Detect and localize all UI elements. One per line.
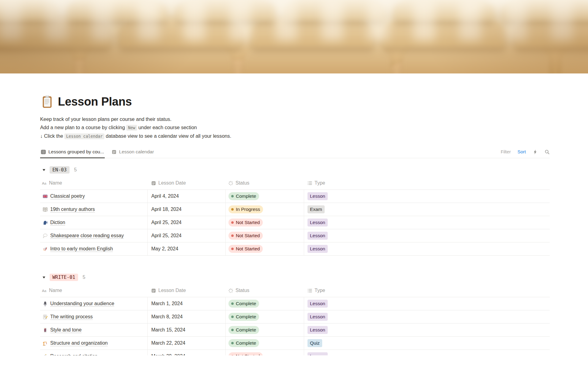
lesson-name-link[interactable]: 19th century authors (50, 207, 95, 212)
tab-label: Lesson calendar (119, 149, 154, 155)
status-dot-icon (231, 221, 234, 224)
status-badge: Not Started (228, 232, 263, 240)
type-badge: Exam (307, 205, 325, 213)
group-name-badge[interactable]: WRITE-01 (50, 274, 78, 281)
group-section-write-01: WRITE-015AaNameLesson DateStatusTypeUnde… (40, 273, 550, 363)
type-cell[interactable]: Lesson (304, 242, 550, 255)
lesson-date: April 25, 2024 (151, 233, 182, 238)
type-badge: Lesson (307, 219, 328, 227)
lesson-date: April 4, 2024 (151, 193, 179, 199)
column-header-name[interactable]: AaName (40, 284, 147, 297)
name-cell[interactable]: Style and tone (40, 324, 147, 336)
status-cell[interactable]: Complete (225, 310, 304, 323)
page-description: Keep track of your lesson plans per cour… (40, 115, 550, 140)
lesson-date-cell[interactable]: April 25, 2024 (147, 229, 225, 242)
name-cell[interactable]: Diction (40, 216, 147, 229)
type-cell[interactable]: Lesson (304, 297, 550, 310)
column-header-lesson-date[interactable]: Lesson Date (147, 177, 225, 189)
lesson-name-link[interactable]: Classical poetry (50, 193, 85, 199)
description-line-1[interactable]: Keep track of your lesson plans per cour… (40, 115, 550, 123)
groups-container: EN-035AaNameLesson DateStatusTypeClassic… (40, 166, 550, 363)
lesson-name-link[interactable]: Diction (50, 220, 65, 225)
lesson-date: March 8, 2024 (151, 314, 183, 320)
lesson-date-cell[interactable]: May 2, 2024 (147, 242, 225, 255)
lesson-name-link[interactable]: Intro to early modern English (50, 246, 113, 252)
type-badge: Lesson (307, 192, 328, 200)
name-cell[interactable]: Structure and organization (40, 337, 147, 350)
status-cell[interactable]: Complete (225, 324, 304, 336)
type-cell[interactable]: Quiz (304, 337, 550, 350)
tab-lessons-grouped-by-course[interactable]: Lessons grouped by cou... (40, 146, 105, 158)
lesson-name-link[interactable]: Structure and organization (50, 340, 108, 346)
status-badge: Complete (228, 339, 259, 347)
lesson-date-cell[interactable]: March 8, 2024 (147, 310, 225, 323)
type-badge: Lesson (307, 313, 328, 321)
column-header-label: Status (236, 180, 249, 186)
type-cell[interactable]: Lesson (304, 324, 550, 336)
type-cell[interactable]: Lesson (304, 190, 550, 203)
page-title[interactable]: Lesson Plans (58, 95, 132, 108)
status-cell[interactable]: Complete (225, 190, 304, 203)
column-header-label: Status (236, 288, 249, 293)
name-cell[interactable]: Understanding your audience (40, 297, 147, 310)
clipboard-icon (40, 95, 54, 109)
lesson-date-cell[interactable]: March 22, 2024 (147, 337, 225, 350)
column-header-name[interactable]: AaName (40, 177, 147, 189)
description-line-3-suffix: database view to see a calendar view of … (106, 133, 231, 139)
group-toggle-button[interactable] (40, 274, 47, 281)
title-row: Lesson Plans (40, 94, 550, 110)
name-cell[interactable]: The writing process (40, 310, 147, 323)
status-cell[interactable]: Not Started (225, 229, 304, 242)
text-icon: Aa (42, 288, 47, 293)
status-cell[interactable]: Complete (225, 337, 304, 350)
lesson-date-cell[interactable]: April 18, 2024 (147, 203, 225, 216)
status-cell[interactable]: Not Started (225, 242, 304, 255)
quick-actions-button[interactable] (533, 149, 538, 155)
status-dot-icon (231, 342, 234, 344)
filter-button[interactable]: Filter (501, 149, 511, 154)
name-cell[interactable]: 19th century authors (40, 203, 147, 216)
status-cell[interactable]: Not Started (225, 216, 304, 229)
tab-lesson-calendar[interactable]: Lesson calendar (111, 146, 155, 158)
status-badge: Complete (228, 300, 259, 308)
description-line-3[interactable]: ↓ Click theLesson calendardatabase view … (40, 132, 550, 140)
lesson-name-link[interactable]: The writing process (50, 314, 93, 320)
search-button[interactable] (545, 149, 550, 155)
status-cell[interactable]: In Progress (225, 203, 304, 216)
type-badge: Lesson (307, 232, 328, 240)
description-line-2[interactable]: Add a new plan to a course by clickingNe… (40, 123, 550, 132)
column-header-status[interactable]: Status (225, 177, 304, 189)
microphone-icon (42, 301, 48, 306)
column-header-status[interactable]: Status (225, 284, 304, 297)
type-cell[interactable]: Exam (304, 203, 550, 216)
lesson-date-cell[interactable]: April 25, 2024 (147, 216, 225, 229)
lesson-date-cell[interactable]: March 1, 2024 (147, 297, 225, 310)
lesson-date-cell[interactable]: April 4, 2024 (147, 190, 225, 203)
lesson-name-link[interactable]: Style and tone (50, 327, 81, 333)
status-cell[interactable]: Complete (225, 297, 304, 310)
group-name-badge[interactable]: EN-03 (50, 166, 70, 174)
sort-button[interactable]: Sort (518, 149, 526, 154)
group-toggle-button[interactable] (40, 166, 47, 174)
group-count: 5 (74, 167, 77, 173)
lesson-name-link[interactable]: Shakespeare close reading essay (50, 233, 124, 238)
description-line-2-prefix: Add a new plan to a course by clicking (40, 125, 125, 130)
status-badge: Complete (228, 192, 259, 200)
name-cell[interactable]: Classical poetry (40, 190, 147, 203)
lightning-icon (533, 149, 538, 155)
type-cell[interactable]: Lesson (304, 229, 550, 242)
list-icon (307, 288, 312, 293)
lesson-date-cell[interactable]: March 15, 2024 (147, 324, 225, 336)
table-row: 19th century authorsApril 18, 2024In Pro… (40, 203, 550, 216)
column-header-lesson-date[interactable]: Lesson Date (147, 284, 225, 297)
type-cell[interactable]: Lesson (304, 216, 550, 229)
column-header-label: Name (49, 288, 62, 293)
lesson-date: March 15, 2024 (151, 327, 185, 333)
type-cell[interactable]: Lesson (304, 310, 550, 323)
lesson-name-link[interactable]: Understanding your audience (50, 301, 114, 306)
status-spinner-icon (228, 181, 233, 186)
column-header-type[interactable]: Type (304, 177, 550, 189)
name-cell[interactable]: Shakespeare close reading essay (40, 229, 147, 242)
column-header-type[interactable]: Type (304, 284, 550, 297)
name-cell[interactable]: Intro to early modern English (40, 242, 147, 255)
